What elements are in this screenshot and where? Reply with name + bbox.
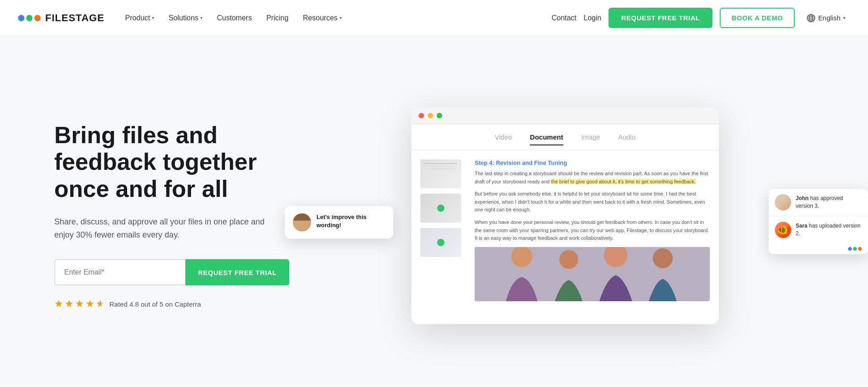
people-svg (475, 247, 710, 301)
nav-pricing[interactable]: Pricing (260, 10, 295, 26)
logo-text: FILESTAGE (45, 12, 104, 24)
globe-icon (807, 14, 816, 23)
john-avatar (775, 194, 791, 210)
rating-row: ★ ★ ★ ★ ★ Rated 4.8 out of 5 on Capterra (54, 298, 298, 310)
hero-title: Bring files and feedback together once a… (54, 122, 298, 203)
notif-indicator (769, 243, 868, 254)
email-input[interactable] (54, 259, 185, 285)
chevron-down-icon: ▾ (152, 15, 154, 20)
nav-contact-link[interactable]: Contact (552, 14, 576, 22)
mock-tabs-row: Video Document Image Audio (411, 124, 719, 150)
star-3: ★ (75, 298, 84, 310)
logo-dots (18, 15, 41, 21)
mock-doc-content: Step 4: Revision and Fine Tuning The las… (411, 150, 719, 322)
language-label: English (818, 14, 840, 22)
browser-close-dot (419, 113, 424, 118)
commenter-avatar (293, 213, 311, 231)
book-demo-button[interactable]: BOOK A DEMO (720, 8, 795, 28)
browser-minimize-dot (428, 113, 433, 118)
logo-dot-orange (34, 15, 41, 21)
sara-avatar: 🐠 (775, 222, 791, 238)
people-image (475, 247, 710, 301)
nav-customers[interactable]: Customers (211, 10, 258, 26)
star-rating: ★ ★ ★ ★ ★ (54, 298, 105, 310)
nav-login-link[interactable]: Login (584, 14, 601, 22)
request-trial-button[interactable]: REQUEST FREE TRIAL (609, 8, 712, 28)
doc-para3: When you have done your personal review,… (475, 219, 710, 242)
chevron-down-icon: ▾ (200, 15, 203, 20)
mock-main-doc: Step 4: Revision and Fine Tuning The las… (475, 159, 710, 313)
browser-maximize-dot (437, 113, 442, 118)
browser-header (411, 107, 719, 124)
doc-para2: But before you ask somebody else, it is … (475, 190, 710, 214)
language-chevron-icon: ▾ (843, 15, 845, 20)
tab-document[interactable]: Document (530, 133, 563, 145)
star-2: ★ (65, 298, 74, 310)
doc-body-text: The last step in creating a storyboard s… (475, 170, 710, 186)
logo-dot-blue (18, 15, 24, 21)
doc-image (475, 247, 710, 301)
svg-point-9 (653, 248, 673, 268)
star-half: ★ (96, 298, 105, 310)
hero-content: Bring files and feedback together once a… (54, 122, 298, 310)
hero-subtitle: Share, discuss, and approve all your fil… (54, 215, 280, 242)
comment-text: Let's improve this wording! (316, 213, 385, 229)
hero-section: Bring files and feedback together once a… (0, 36, 868, 387)
comment-bubble: Let's improve this wording! (285, 206, 393, 238)
avatar-face (293, 213, 311, 231)
hero-cta-group: REQUEST FREE TRIAL (54, 259, 289, 285)
star-4: ★ (85, 298, 94, 310)
logo[interactable]: FILESTAGE (18, 12, 104, 24)
notification-panel: John has approved version 3. 🐠 Sara has … (769, 189, 868, 254)
tab-video[interactable]: Video (495, 133, 512, 145)
tab-audio[interactable]: Audio (618, 133, 635, 145)
tab-image[interactable]: Image (581, 133, 600, 145)
indicator-dot-green (853, 247, 857, 251)
navbar-left: FILESTAGE Product ▾ Solutions ▾ Customer… (18, 10, 348, 26)
star-1: ★ (54, 298, 63, 310)
indicator-dot-blue (848, 247, 852, 251)
rating-text: Rated 4.8 out of 5 on Capterra (109, 300, 201, 308)
nav-links: Product ▾ Solutions ▾ Customers Pricing … (119, 10, 348, 26)
indicator-dot-orange (858, 247, 862, 251)
notification-item-john: John has approved version 3. (769, 189, 868, 216)
thumb-3 (420, 228, 461, 257)
avatar-hair (293, 213, 311, 220)
language-selector[interactable]: English ▾ (802, 10, 850, 26)
nav-product[interactable]: Product ▾ (119, 10, 160, 26)
sara-notification-text: Sara has uploaded version 2. (796, 222, 862, 238)
doc-step-title: Step 4: Revision and Fine Tuning (475, 159, 710, 166)
notification-item-sara: 🐠 Sara has uploaded version 2. (769, 216, 868, 243)
hero-illustration: Let's improve this wording! Video Docume… (298, 80, 832, 351)
nav-solutions[interactable]: Solutions ▾ (162, 10, 209, 26)
cta-trial-button[interactable]: REQUEST FREE TRIAL (185, 259, 289, 285)
navbar: FILESTAGE Product ▾ Solutions ▾ Customer… (0, 0, 868, 36)
thumb-1 (420, 159, 461, 188)
logo-dot-green (26, 15, 33, 21)
highlighted-text: the brief to give good about it, it's ti… (551, 179, 696, 184)
thumb-2 (420, 194, 461, 223)
chevron-down-icon: ▾ (340, 15, 342, 20)
mock-browser: Video Document Image Audio (411, 107, 719, 324)
mock-sidebar (420, 159, 466, 313)
nav-resources[interactable]: Resources ▾ (297, 10, 348, 26)
navbar-right: Contact Login REQUEST FREE TRIAL BOOK A … (552, 8, 850, 28)
svg-point-7 (559, 250, 578, 269)
john-notification-text: John has approved version 3. (796, 195, 862, 210)
